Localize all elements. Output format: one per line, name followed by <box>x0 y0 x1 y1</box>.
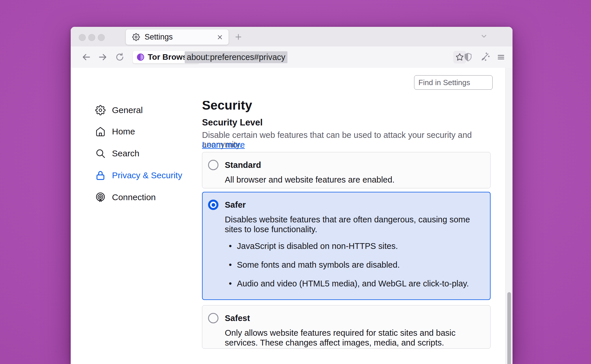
option-description: Disables website features that are often… <box>225 215 473 234</box>
option-description: Only allows website features required fo… <box>225 328 473 348</box>
chevron-down-icon[interactable] <box>479 31 489 41</box>
url-text-selected[interactable]: about:preferences#privacy <box>185 51 287 63</box>
window-close-button[interactable] <box>79 34 86 41</box>
bullet-item: Audio and video (HTML5 media), and WebGL… <box>228 279 483 288</box>
radio-safest[interactable] <box>208 313 218 323</box>
option-bullet-list: JavaScript is disabled on non-HTTPS site… <box>228 241 483 288</box>
tab-bar: Settings <box>71 27 513 47</box>
tab-title: Settings <box>145 33 216 42</box>
tracking-shield-icon[interactable] <box>462 51 474 63</box>
sidebar-item-connection[interactable]: Connection <box>95 189 156 206</box>
settings-page: General Home Search Privacy & Security C <box>71 68 513 364</box>
option-title: Standard <box>225 160 261 170</box>
desktop-background: { "browser": { "tab_title": "Settings", … <box>0 0 591 364</box>
sidebar-label: General <box>112 105 143 115</box>
window-minimize-button[interactable] <box>88 34 95 41</box>
sidebar-item-general[interactable]: General <box>95 102 143 119</box>
security-level-heading: Security Level <box>202 117 263 128</box>
home-icon <box>95 126 106 137</box>
sidebar-label: Search <box>112 149 139 158</box>
security-level-description: Disable certain web features that can be… <box>202 130 491 149</box>
section-title-clipped: Security <box>202 101 252 114</box>
radio-standard[interactable] <box>208 160 218 170</box>
navigation-bar: Tor Browser about:preferences#privacy <box>71 46 513 68</box>
back-button[interactable] <box>81 52 91 62</box>
tab-settings[interactable]: Settings <box>126 29 229 45</box>
tor-onion-logo-icon <box>136 53 145 61</box>
window-zoom-button[interactable] <box>98 34 105 41</box>
sidebar-item-privacy-security[interactable]: Privacy & Security <box>95 167 182 184</box>
new-identity-broom-icon[interactable] <box>478 51 491 63</box>
scrollbar-thumb[interactable] <box>507 292 511 364</box>
security-option-safer[interactable]: Safer Disables website features that are… <box>202 192 491 300</box>
url-bar[interactable]: about:preferences#privacy <box>185 51 287 63</box>
security-option-standard[interactable]: Standard All browser and website feature… <box>202 152 491 188</box>
new-tab-button[interactable] <box>234 33 243 41</box>
radio-safer[interactable] <box>208 200 218 210</box>
gear-icon <box>132 33 140 41</box>
lock-icon <box>95 170 106 181</box>
option-description: All browser and website features are ena… <box>225 175 473 185</box>
security-option-safest[interactable]: Safest Only allows website features requ… <box>202 305 491 349</box>
broadcast-icon <box>95 192 106 202</box>
option-title: Safest <box>225 314 250 323</box>
sidebar-label: Connection <box>112 192 156 202</box>
find-in-settings-input[interactable] <box>414 75 493 90</box>
sidebar-item-search[interactable]: Search <box>95 145 139 162</box>
scrollbar-track[interactable] <box>505 68 513 364</box>
app-menu-hamburger-icon[interactable] <box>495 51 507 63</box>
sidebar-item-home[interactable]: Home <box>95 123 135 140</box>
forward-button[interactable] <box>98 52 108 62</box>
gear-icon <box>95 105 106 115</box>
bullet-item: Some fonts and math symbols are disabled… <box>228 260 483 270</box>
option-title: Safer <box>225 200 246 210</box>
learn-more-link[interactable]: Learn more <box>202 140 245 150</box>
reload-button[interactable] <box>115 52 125 62</box>
browser-window: Settings Tor Browser abo <box>71 27 513 364</box>
tab-close-icon[interactable] <box>216 34 223 41</box>
page-title: Security <box>202 101 252 113</box>
bullet-item: JavaScript is disabled on non-HTTPS site… <box>228 241 483 251</box>
search-icon <box>95 148 106 159</box>
sidebar-label: Home <box>112 127 135 136</box>
sidebar-label: Privacy & Security <box>112 170 182 180</box>
